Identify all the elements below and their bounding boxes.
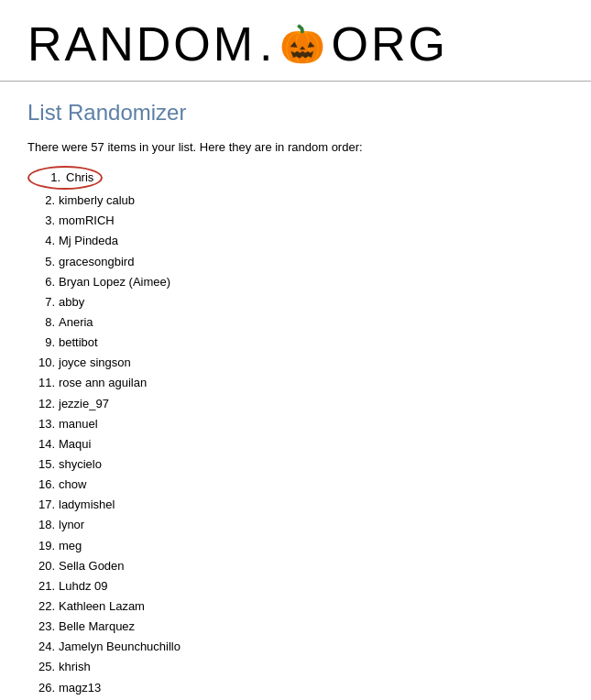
item-number: 2. bbox=[27, 191, 55, 210]
item-number: 3. bbox=[27, 212, 55, 230]
description-text: There were 57 items in your list. Here t… bbox=[27, 140, 564, 154]
list-item: 25.khrish bbox=[27, 657, 564, 677]
list-item: 23.Belle Marquez bbox=[27, 617, 564, 637]
item-number: 9. bbox=[27, 334, 55, 352]
item-number: 15. bbox=[27, 455, 55, 474]
list-item: 16.chow bbox=[27, 475, 564, 495]
list-item: 11.rose ann aguilan bbox=[27, 373, 564, 393]
site-logo: RANDOM.🎃ORG bbox=[27, 16, 564, 71]
item-text: shycielo bbox=[59, 455, 102, 474]
item-number: 4. bbox=[27, 232, 55, 250]
item-text: joyce singson bbox=[59, 354, 131, 372]
item-text: Kathleen Lazam bbox=[59, 597, 145, 616]
list-item: 21.Luhdz 09 bbox=[27, 576, 564, 596]
item-number: 22. bbox=[27, 597, 55, 616]
list-item: 7.abby bbox=[27, 292, 564, 312]
list-item: 3.momRICH bbox=[27, 211, 564, 231]
list-item: 19.meg bbox=[27, 536, 564, 556]
list-item: 5.gracesongbird bbox=[27, 252, 564, 272]
item-text: Maqui bbox=[59, 435, 91, 454]
item-number: 16. bbox=[27, 476, 55, 494]
item-text: magz13 bbox=[59, 679, 101, 697]
list-item: 24.Jamelyn Beunchuchillo bbox=[27, 637, 564, 657]
list-item: 18.lynor bbox=[27, 515, 564, 535]
item-text: Jamelyn Beunchuchillo bbox=[59, 638, 181, 656]
item-number: 25. bbox=[27, 658, 55, 676]
main-content: List Randomizer There were 57 items in y… bbox=[0, 82, 591, 700]
item-number: 7. bbox=[27, 293, 55, 312]
item-number: 6. bbox=[27, 273, 55, 291]
logo-pumpkin: 🎃 bbox=[279, 23, 328, 66]
item-number: 26. bbox=[27, 679, 55, 697]
list-item: 10.joyce singson bbox=[27, 353, 564, 373]
item-number: 5. bbox=[27, 253, 55, 271]
item-text: Chris bbox=[66, 169, 93, 187]
list-items-container: 2.kimberly calub3.momRICH4.Mj Pindeda5.g… bbox=[27, 191, 564, 700]
item-number: 14. bbox=[27, 435, 55, 454]
page-title: List Randomizer bbox=[27, 100, 564, 126]
item-number: 17. bbox=[27, 496, 55, 514]
item-text: ladymishel bbox=[59, 496, 115, 514]
item-text: momRICH bbox=[59, 212, 115, 230]
list-item: 1. Chris bbox=[27, 165, 564, 191]
item-text: rose ann aguilan bbox=[59, 374, 147, 392]
item-text: abby bbox=[59, 293, 84, 312]
list-item: 4.Mj Pindeda bbox=[27, 231, 564, 251]
list-item: 15.shycielo bbox=[27, 454, 564, 475]
item-number: 8. bbox=[27, 313, 55, 332]
item-text: Mj Pindeda bbox=[59, 232, 118, 250]
item-text: lynor bbox=[59, 516, 84, 534]
item-number: 1. bbox=[33, 169, 60, 187]
list-item: 26.magz13 bbox=[27, 678, 564, 698]
list-item: 22.Kathleen Lazam bbox=[27, 596, 564, 617]
item-text: khrish bbox=[59, 658, 91, 676]
list-item: 13.manuel bbox=[27, 414, 564, 434]
list-item: 9.bettibot bbox=[27, 333, 564, 353]
list-item: 8.Aneria bbox=[27, 312, 564, 333]
item-number: 18. bbox=[27, 516, 55, 534]
item-text: Luhdz 09 bbox=[59, 577, 108, 596]
randomized-list: 1. Chris bbox=[27, 165, 564, 191]
list-item: 20.Sella Goden bbox=[27, 556, 564, 576]
highlight-circle: 1. Chris bbox=[27, 166, 103, 190]
item-text: meg bbox=[59, 537, 82, 555]
list-item: 12.jezzie_97 bbox=[27, 394, 564, 414]
item-text: bettibot bbox=[59, 334, 98, 352]
item-text: chow bbox=[59, 476, 86, 494]
item-number: 24. bbox=[27, 638, 55, 656]
logo-text-1: RANDOM bbox=[27, 16, 256, 71]
list-item: 17.ladymishel bbox=[27, 495, 564, 515]
item-text: Aneria bbox=[59, 313, 93, 332]
page-header: RANDOM.🎃ORG bbox=[0, 0, 591, 82]
item-number: 21. bbox=[27, 577, 55, 596]
item-number: 23. bbox=[27, 618, 55, 636]
item-number: 10. bbox=[27, 354, 55, 372]
item-text: Bryan Lopez (Aimee) bbox=[59, 273, 170, 291]
item-text: jezzie_97 bbox=[59, 395, 109, 413]
item-text: manuel bbox=[59, 415, 98, 433]
item-text: Belle Marquez bbox=[59, 618, 135, 636]
item-text: gracesongbird bbox=[59, 253, 134, 271]
item-number: 13. bbox=[27, 415, 55, 433]
logo-dot: . bbox=[259, 16, 275, 71]
item-number: 19. bbox=[27, 537, 55, 555]
list-item: 14.Maqui bbox=[27, 434, 564, 454]
item-number: 11. bbox=[27, 374, 55, 392]
list-item: 6.Bryan Lopez (Aimee) bbox=[27, 272, 564, 292]
item-number: 20. bbox=[27, 557, 55, 575]
list-item: 2.kimberly calub bbox=[27, 191, 564, 211]
item-text: kimberly calub bbox=[59, 191, 135, 210]
item-text: Sella Goden bbox=[59, 557, 125, 575]
logo-text-2: ORG bbox=[332, 16, 448, 71]
item-number: 12. bbox=[27, 395, 55, 413]
